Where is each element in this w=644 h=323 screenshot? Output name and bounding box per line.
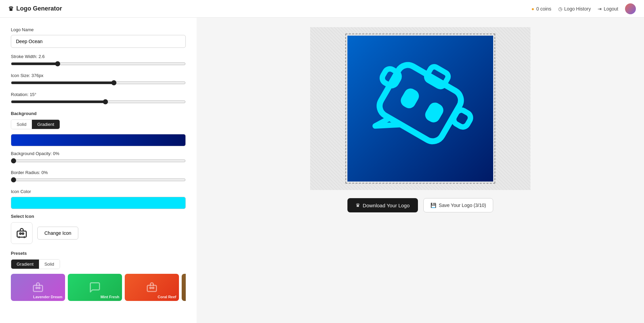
history-icon: ◷ bbox=[558, 6, 562, 12]
logo-dashed-border bbox=[345, 34, 495, 184]
rotation-label: Rotation: 15° bbox=[11, 92, 186, 97]
svg-rect-23 bbox=[425, 65, 449, 88]
logo-history-label: Logo History bbox=[564, 6, 591, 12]
save-button-label: Save Your Logo (3/10) bbox=[439, 203, 486, 208]
preset-coral-reef[interactable]: Coral Reef bbox=[125, 274, 179, 301]
bg-opacity-label: Background Opacity: 0% bbox=[11, 151, 186, 156]
svg-rect-20 bbox=[376, 61, 465, 145]
preset-lavender-label: Lavender Dream bbox=[33, 295, 62, 299]
preset-icon-lavender bbox=[32, 281, 44, 293]
bot-icon-small bbox=[16, 227, 28, 239]
icon-color-swatch[interactable] bbox=[11, 197, 186, 209]
bg-opacity-slider[interactable] bbox=[11, 158, 186, 164]
svg-rect-5 bbox=[34, 285, 43, 291]
preset-cards-list: Lavender Dream Mint Fresh bbox=[11, 274, 186, 301]
svg-rect-21 bbox=[380, 67, 401, 88]
border-radius-label: Border Radius: 0% bbox=[11, 170, 186, 175]
crown-download-icon: ♛ bbox=[356, 202, 360, 208]
logo-canvas bbox=[347, 36, 493, 182]
svg-rect-0 bbox=[17, 231, 26, 237]
select-icon-label: Select Icon bbox=[11, 214, 186, 219]
logout-button[interactable]: ⇥ Logout bbox=[598, 6, 618, 12]
stroke-width-slider[interactable] bbox=[11, 61, 186, 66]
action-buttons: ♛ Download Your Logo 💾 Save Your Logo (3… bbox=[347, 198, 493, 212]
logo-history-link[interactable]: ◷ Logo History bbox=[558, 6, 591, 12]
preview-area bbox=[310, 27, 530, 190]
rotation-slider[interactable] bbox=[11, 99, 186, 104]
preset-mint-fresh[interactable]: Mint Fresh bbox=[68, 274, 122, 301]
crown-icon: ♛ bbox=[8, 5, 14, 13]
header-actions: ● 0 coins ◷ Logo History ⇥ Logout bbox=[531, 3, 636, 14]
app-header: ♛ Logo Generator ● 0 coins ◷ Logo Histor… bbox=[0, 0, 644, 18]
coin-icon: ● bbox=[531, 6, 534, 12]
preset-lavender-dream[interactable]: Lavender Dream bbox=[11, 274, 65, 301]
logo-name-input[interactable] bbox=[11, 35, 186, 48]
icon-size-row: Icon Size: 376px bbox=[11, 73, 186, 87]
coins-label: 0 coins bbox=[536, 6, 551, 12]
icon-size-label: Icon Size: 376px bbox=[11, 73, 186, 78]
bot-icon-large bbox=[354, 42, 487, 175]
app-title: Logo Generator bbox=[16, 5, 62, 12]
left-panel: Logo Name Stroke Width: 2.6 Icon Size: 3… bbox=[0, 18, 197, 323]
rotation-row: Rotation: 15° bbox=[11, 92, 186, 106]
preset-icon-coral bbox=[146, 281, 158, 293]
preset-autumn-leaves[interactable]: Autumn Leaves bbox=[182, 274, 186, 301]
background-color-swatch[interactable] bbox=[11, 134, 186, 146]
svg-point-1 bbox=[20, 233, 21, 234]
background-tab-group: Solid Gradient bbox=[11, 119, 60, 129]
preset-icon-mint bbox=[89, 281, 101, 293]
svg-point-10 bbox=[153, 287, 154, 289]
border-radius-slider[interactable] bbox=[11, 177, 186, 183]
svg-rect-8 bbox=[147, 285, 157, 291]
save-button[interactable]: 💾 Save Your Logo (3/10) bbox=[423, 198, 493, 212]
logout-icon: ⇥ bbox=[598, 6, 602, 12]
svg-point-7 bbox=[39, 287, 40, 289]
svg-rect-22 bbox=[452, 108, 472, 129]
icon-preview-box bbox=[11, 222, 33, 244]
presets-tab-group: Gradient Solid bbox=[11, 259, 60, 269]
change-icon-button[interactable]: Change Icon bbox=[37, 227, 78, 240]
download-button-label: Download Your Logo bbox=[363, 203, 409, 208]
save-icon: 💾 bbox=[430, 203, 436, 208]
user-avatar[interactable] bbox=[625, 3, 636, 14]
icon-select-row: Change Icon bbox=[11, 222, 186, 244]
svg-point-9 bbox=[150, 287, 152, 289]
preset-coral-label: Coral Reef bbox=[158, 295, 176, 299]
border-radius-row: Border Radius: 0% bbox=[11, 170, 186, 184]
download-button[interactable]: ♛ Download Your Logo bbox=[347, 198, 418, 212]
main-layout: Logo Name Stroke Width: 2.6 Icon Size: 3… bbox=[0, 18, 644, 323]
coins-display: ● 0 coins bbox=[531, 6, 551, 12]
app-logo: ♛ Logo Generator bbox=[8, 5, 62, 13]
logo-icon-wrapper bbox=[354, 42, 487, 176]
stroke-width-row: Stroke Width: 2.6 bbox=[11, 54, 186, 68]
presets-section: Presets Gradient Solid Lavender Dream bbox=[11, 251, 186, 301]
logout-label: Logout bbox=[604, 6, 618, 12]
background-tab-solid[interactable]: Solid bbox=[11, 120, 32, 129]
bg-opacity-row: Background Opacity: 0% bbox=[11, 151, 186, 165]
svg-point-2 bbox=[22, 233, 24, 234]
background-tab-gradient[interactable]: Gradient bbox=[32, 120, 60, 129]
icon-size-slider[interactable] bbox=[11, 80, 186, 86]
svg-rect-25 bbox=[423, 100, 446, 125]
presets-tab-gradient[interactable]: Gradient bbox=[11, 260, 39, 269]
background-section-label: Background bbox=[11, 111, 186, 116]
presets-label: Presets bbox=[11, 251, 186, 256]
presets-tab-solid[interactable]: Solid bbox=[39, 260, 60, 269]
right-panel: ♛ Download Your Logo 💾 Save Your Logo (3… bbox=[197, 18, 644, 323]
stroke-width-label: Stroke Width: 2.6 bbox=[11, 54, 186, 59]
logo-name-label: Logo Name bbox=[11, 27, 186, 32]
preset-mint-label: Mint Fresh bbox=[100, 295, 119, 299]
icon-color-label: Icon Color bbox=[11, 189, 186, 194]
svg-point-6 bbox=[36, 287, 38, 289]
svg-rect-24 bbox=[398, 86, 421, 110]
